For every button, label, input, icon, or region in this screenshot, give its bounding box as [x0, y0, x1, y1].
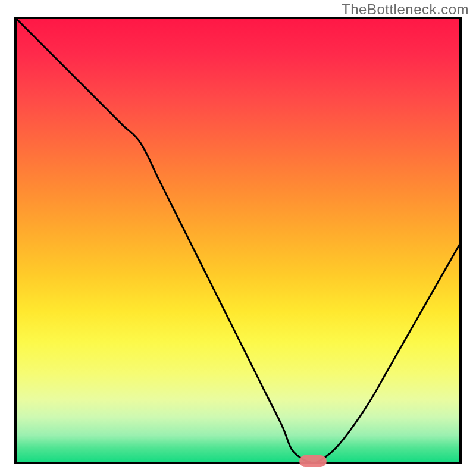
chart-root: TheBottleneck.com: [0, 0, 476, 476]
curve-svg: [17, 19, 459, 462]
optimal-marker: [299, 455, 327, 467]
watermark-text: TheBottleneck.com: [342, 1, 469, 18]
bottleneck-curve-path: [17, 19, 459, 462]
plot-frame: [14, 17, 462, 464]
